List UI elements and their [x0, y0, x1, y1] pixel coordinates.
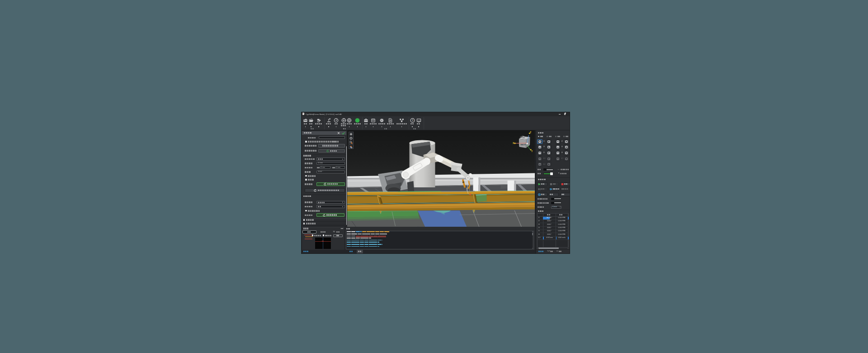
svg-text:Z: Z: [530, 131, 531, 134]
svg-text:?: ?: [411, 119, 413, 122]
svg-text:BACK: BACK: [520, 143, 526, 146]
svg-text:CypWeld(Demo Mode) [7.0.110.6: CypWeld(Demo Mode) [7.0.110.6] nut2.AV: [306, 113, 342, 115]
